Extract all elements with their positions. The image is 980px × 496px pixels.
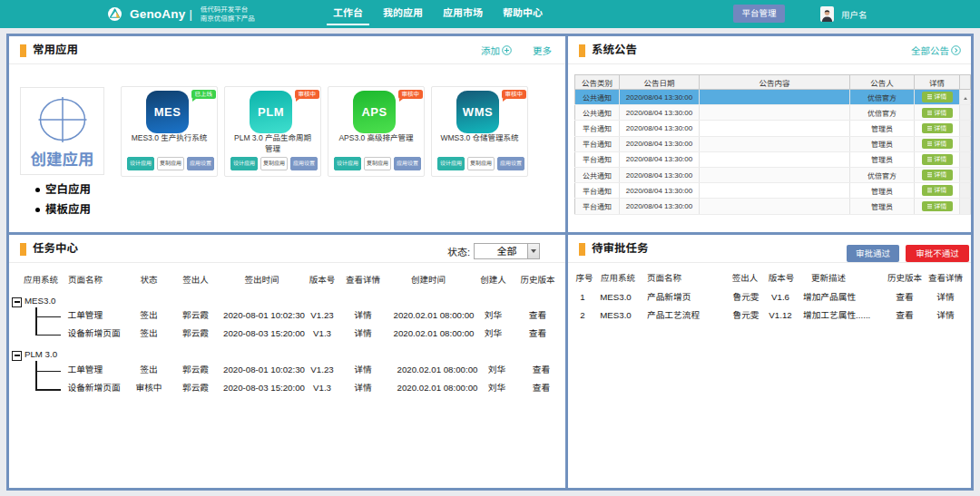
approve-button[interactable]: 审批通过 (847, 245, 899, 262)
ann-scrollbar[interactable] (960, 151, 971, 167)
task-history-link[interactable]: 查看 (533, 365, 550, 375)
task-detail-link[interactable]: 详情 (354, 365, 371, 375)
task-history-link[interactable]: 查看 (529, 328, 546, 339)
copy-app-button[interactable]: 复制应用 (364, 157, 391, 170)
announcement-row[interactable]: 公共通知2020/08/04 13:30:00优倍官方详情 (575, 105, 971, 121)
ann-type: 公共通知 (575, 105, 620, 121)
ann-scrollbar[interactable] (960, 167, 971, 182)
approvals-panel-title: 待审批任务 (592, 235, 649, 263)
app-card-aps: APS审核中APS3.0 高级排产管理设计应用复制应用应用设置 (328, 86, 425, 177)
announcement-row[interactable]: 公共通知2020/08/04 13:30:00优倍官方详情 (575, 90, 971, 105)
appr-detail-link[interactable]: 详情 (936, 292, 954, 303)
appr-version: V1.6 (771, 292, 789, 303)
ann-detail-button[interactable]: 详情 (922, 201, 953, 212)
ann-scrollbar[interactable] (960, 199, 971, 214)
brand-subtitle-line2: 南京优倍旗下产品 (201, 15, 255, 24)
user-avatar (820, 6, 834, 22)
copy-app-button[interactable]: 复制应用 (157, 157, 184, 170)
task-user: 郭云霞 (182, 365, 209, 375)
copy-app-button[interactable]: 复制应用 (467, 157, 495, 170)
list-icon (927, 126, 933, 131)
appr-history-link[interactable]: 查看 (896, 310, 913, 321)
ann-publisher: 管理员 (850, 183, 915, 199)
status-filter-select[interactable]: 全部 (474, 243, 540, 259)
reject-button[interactable]: 审批不通过 (906, 245, 969, 262)
announcement-row[interactable]: 平台通知2020/08/04 13:30:00管理员详情 (575, 136, 971, 151)
list-icon (927, 111, 933, 116)
announcement-row[interactable]: 平台通知2020/08/04 13:30:00管理员详情 (575, 183, 971, 199)
task-version: V1.3 (313, 328, 331, 339)
brand-name: GenoAny (130, 7, 185, 21)
copy-app-button[interactable]: 复制应用 (260, 157, 288, 170)
appr-no: 2 (580, 310, 584, 321)
app-settings-button[interactable]: 应用设置 (394, 157, 421, 170)
add-app-link[interactable]: 添加 (481, 44, 512, 57)
nav-item-3[interactable]: 应用市场 (433, 0, 493, 28)
design-app-button[interactable]: 设计应用 (230, 157, 258, 170)
ann-detail-cell: 详情 (915, 105, 960, 121)
ann-scrollbar[interactable] (960, 121, 971, 136)
announcement-row[interactable]: 平台通知2020/08/04 13:30:00管理员详情 (575, 151, 971, 167)
ann-detail-cell: 详情 (915, 199, 960, 214)
ann-scrollbar[interactable] (960, 90, 971, 105)
task-created-time: 2020.02.01 08:00:00 (394, 310, 475, 321)
appr-history-link[interactable]: 查看 (896, 292, 913, 303)
app-settings-button[interactable]: 应用设置 (290, 157, 318, 170)
task-detail-link[interactable]: 详情 (354, 310, 371, 321)
ann-detail-button[interactable]: 详情 (922, 123, 953, 134)
design-app-button[interactable]: 设计应用 (127, 157, 154, 170)
task-history-link[interactable]: 查看 (529, 310, 546, 321)
appr-col-header: 查看详情 (928, 273, 963, 284)
task-detail-link[interactable]: 详情 (354, 328, 371, 339)
nav-item-4[interactable]: 帮助中心 (493, 0, 553, 28)
all-announcements-link[interactable]: 全部公告 (911, 36, 961, 64)
app-settings-button[interactable]: 应用设置 (187, 157, 214, 170)
task-col-header[interactable]: 查看详情 (346, 275, 380, 286)
design-app-button[interactable]: 设计应用 (334, 157, 361, 170)
ann-scrollbar[interactable] (960, 136, 971, 151)
nav-item-1[interactable]: 工作台 (323, 0, 373, 28)
task-col-header: 版本号 (309, 275, 336, 286)
design-app-button[interactable]: 设计应用 (437, 157, 465, 170)
task-history-link[interactable]: 查看 (533, 383, 550, 394)
ann-scrollbar[interactable] (960, 105, 971, 121)
appr-detail-link[interactable]: 详情 (936, 310, 954, 321)
task-detail-link[interactable]: 详情 (354, 383, 371, 394)
create-option-1[interactable]: 空白应用 (35, 180, 91, 200)
task-version: V1.23 (310, 310, 333, 321)
bullet-dot (35, 208, 40, 212)
list-icon (927, 188, 933, 193)
appr-page-name: 产品新增页 (647, 292, 691, 303)
app-name: MES3.0 生产执行系统 (129, 133, 210, 144)
appr-system: MES3.0 (600, 292, 631, 303)
brand-logo-icon (108, 7, 122, 21)
ann-detail-cell: 详情 (915, 183, 960, 199)
tree-collapse-box[interactable] (12, 297, 22, 307)
task-col-header: 页面名称 (68, 275, 103, 286)
ann-detail-button[interactable]: 详情 (922, 108, 953, 119)
more-apps-link[interactable]: 更多 (533, 44, 552, 57)
ann-date: 2020/08/04 13:30:00 (620, 121, 700, 136)
announcement-row[interactable]: 公共通知2020/08/04 13:30:00优倍官方详情 (575, 167, 971, 182)
appr-page-name: 产品工艺流程 (647, 310, 700, 321)
platform-admin-button[interactable]: 平台管理 (733, 5, 785, 23)
ann-detail-button[interactable]: 详情 (922, 139, 953, 150)
ann-detail-button[interactable]: 详情 (922, 154, 953, 165)
announcement-row[interactable]: 平台通知2020/08/04 13:30:00管理员详情 (575, 121, 971, 136)
ann-col-header: 公告人 (850, 75, 915, 90)
app-name: WMS3.0 仓储管理系统 (439, 133, 520, 144)
app-icon-aps: APS (353, 91, 396, 133)
ann-detail-button[interactable]: 详情 (922, 170, 953, 180)
ann-scrollbar[interactable] (960, 183, 971, 199)
ann-detail-button[interactable]: 详情 (922, 92, 953, 102)
user-box[interactable]: 用户名 (820, 0, 867, 28)
nav-item-2[interactable]: 我的应用 (373, 0, 433, 28)
app-settings-button[interactable]: 应用设置 (497, 157, 524, 170)
ann-publisher: 管理员 (850, 199, 915, 214)
create-option-2[interactable]: 模板应用 (35, 200, 91, 220)
create-app-card[interactable]: 创建应用 (20, 87, 104, 175)
nav-menu: 工作台我的应用应用市场帮助中心 (323, 0, 553, 28)
tree-collapse-box[interactable] (12, 351, 22, 361)
ann-detail-button[interactable]: 详情 (922, 185, 953, 196)
announcement-row[interactable]: 平台通知2020/08/04 13:30:00管理员详情 (575, 199, 971, 214)
